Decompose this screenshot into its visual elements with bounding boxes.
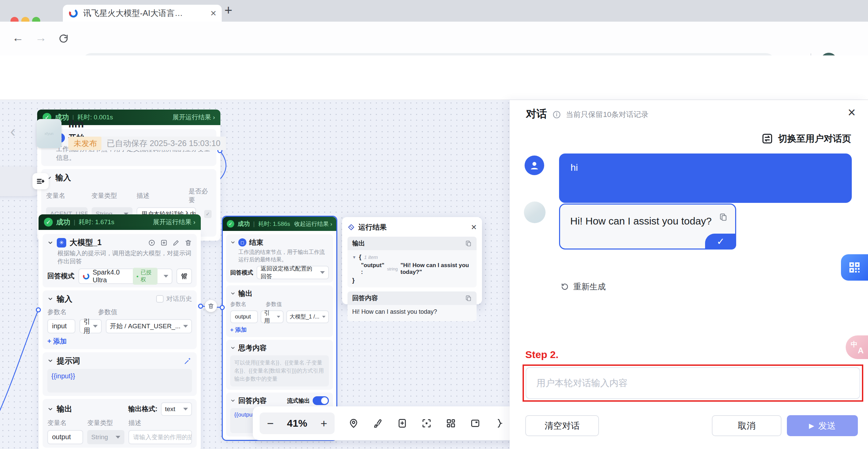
bot-message-avatar [524,202,546,223]
output-type-value: String [91,433,108,441]
start-node-run-header[interactable]: ✓ 成功 | 耗时: 0.001s 展开运行结果 › [37,110,220,125]
back-icon[interactable]: ← [12,31,24,44]
reload-icon[interactable] [58,33,69,44]
chevron-down-icon [320,271,325,274]
delete-node-icon[interactable] [185,239,192,246]
llm-node-prompt-section: 提示词 {{input}} [43,352,197,396]
chat-notice: 当前只保留10条对话记录 [566,110,648,120]
send-play-icon: ▶ [809,422,814,430]
history-checkbox[interactable] [156,295,164,303]
answer-mode-select[interactable]: 返回设定格式配置的回答 [257,266,329,279]
canvas-toolbar: − 41% + [253,406,511,440]
add-param-link[interactable]: + 添加 [230,326,329,334]
param-name-field[interactable]: input [47,319,75,333]
zoom-out-button[interactable]: − [267,417,274,430]
model-settings-button[interactable] [176,268,192,284]
run-status: 成功 [238,220,250,228]
add-note-icon[interactable] [397,418,408,429]
param-name-field[interactable]: output [230,310,258,323]
chevron-down-icon [322,316,326,318]
chevron-down-icon[interactable] [47,406,53,412]
copy-icon[interactable] [465,240,472,247]
chevron-down-icon[interactable] [230,291,236,296]
chevron-down-icon [164,275,168,278]
locate-node-icon[interactable] [348,418,359,429]
output-format-select[interactable]: text [161,402,192,416]
back-chevron-icon[interactable]: ‹ [10,122,16,140]
output-name-field[interactable]: output [47,430,83,444]
minimap-icon[interactable] [470,418,481,429]
delete-connection-button[interactable] [205,300,217,312]
llm-node-run-header[interactable]: ✓ 成功 | 耗时: 1.671s 展开运行结果 › [39,214,201,230]
chevron-down-icon[interactable] [47,296,53,302]
output-desc-field[interactable]: 请输入变量的作用的描述语句 [128,430,192,444]
answer-mode-label: 回答模式 [47,271,74,281]
browser-tab[interactable]: 讯飞星火大模型-AI大语言模型- × [63,5,222,22]
think-textarea[interactable]: 可以使用{{变量名}}、{{变量名.子变量名}}、{{变量名[数组索引]}}的方… [230,355,329,386]
regenerate-button[interactable]: 重新生成 [560,281,606,292]
translate-button[interactable]: 中 A [846,335,868,359]
think-placeholder: 可以使用{{变量名}}、{{变量名.子变量名}}、{{变量名[数组索引]}}的方… [234,360,324,382]
stream-output-label: 流式输出 [287,397,310,405]
param-ref-select[interactable]: 大模型_1 /... [286,310,329,323]
end-node-input-port[interactable] [220,305,225,310]
autosave-status: 已自动保存 2025-3-26 15:03:10 [101,137,226,150]
collapse-run-result-link[interactable]: 收起运行结果 › [294,220,332,228]
send-button[interactable]: ▶ 发送 [787,415,858,436]
chevron-down-icon [116,436,120,439]
llm-node-desc: 根据输入的提示词，调用选定的大模型，对提示词作出回答 [57,249,192,266]
expand-run-result-link[interactable]: 展开运行结果 › [153,218,195,227]
chevron-down-icon[interactable] [230,240,236,245]
llm-node-output-port[interactable] [198,304,203,309]
chat-title: 对话 [526,107,547,121]
toggle-knob [321,397,328,404]
chevron-down-icon[interactable] [230,398,236,403]
switch-to-user-page-link[interactable]: 切换至用户对话页 [761,133,851,145]
copy-icon[interactable] [465,295,472,302]
magic-pencil-icon[interactable] [184,357,192,365]
step2-annotation: Step 2. [525,349,558,360]
zoom-in-button[interactable]: + [320,417,327,430]
edit-node-icon[interactable] [172,239,180,246]
expand-run-result-link[interactable]: 展开运行结果 › [172,113,215,122]
collapse-toolbar-icon[interactable] [494,418,505,429]
new-tab-button[interactable]: + [224,3,232,18]
json-collapse-icon[interactable]: ▼ [352,255,356,260]
workflow-canvas[interactable]: ✓ 成功 | 耗时: 0.001s 展开运行结果 › ▶ 开始 工作流的开启节点… [0,100,511,449]
chat-panel: 对话 当前只保留10条对话记录 × 切换至用户对话页 hi Hi! How ca… [510,100,868,449]
copy-icon[interactable] [719,213,728,221]
green-dot-icon: ● [136,274,139,278]
fit-view-icon[interactable] [421,418,432,429]
run-node-icon[interactable] [148,239,155,246]
stream-toggle[interactable] [313,396,329,405]
end-node-icon: ◻ [238,238,246,246]
forward-icon[interactable]: → [35,31,47,44]
chevron-down-icon[interactable] [47,240,53,246]
param-ref-select[interactable]: 开始 / AGENT_USER_... [106,319,192,333]
required-checkbox[interactable]: ✓ [204,210,212,218]
expand-panel-button[interactable] [32,173,49,189]
chat-input[interactable] [526,367,860,399]
add-param-link[interactable]: + 添加 [47,337,192,346]
close-icon[interactable]: × [848,105,855,120]
cancel-button[interactable]: 取消 [712,415,781,436]
beautify-layout-icon[interactable] [372,418,383,429]
end-node-run-header[interactable]: ✓ 成功 | 耗时: 1.586s 收起运行结果 › [223,217,336,231]
node-library-icon[interactable] [445,418,456,429]
param-mode-select[interactable]: 引用 [79,319,102,333]
chevron-down-icon[interactable] [230,345,236,351]
llm-node-input-port[interactable] [36,307,41,312]
prompt-textarea[interactable]: {{input}} [47,369,192,393]
model-select[interactable]: Spark4.0 Ultra ●已授权 [78,268,172,284]
param-mode-select[interactable]: 引用 [261,310,284,323]
param-ref-value: 大模型_1 /... [290,313,319,321]
tab-close-icon[interactable]: × [210,7,216,19]
chevron-down-icon[interactable] [47,358,53,364]
llm-node[interactable]: ✓ 成功 | 耗时: 1.671s 展开运行结果 › ✳ 大模型_1 [39,214,201,449]
qr-code-button[interactable] [841,254,868,281]
close-icon[interactable]: × [471,222,477,233]
clear-chat-button[interactable]: 清空对话 [525,415,599,436]
add-node-icon[interactable] [160,239,168,246]
col-param-name: 参数名 [47,308,98,316]
output-type-select[interactable]: String [87,430,124,444]
